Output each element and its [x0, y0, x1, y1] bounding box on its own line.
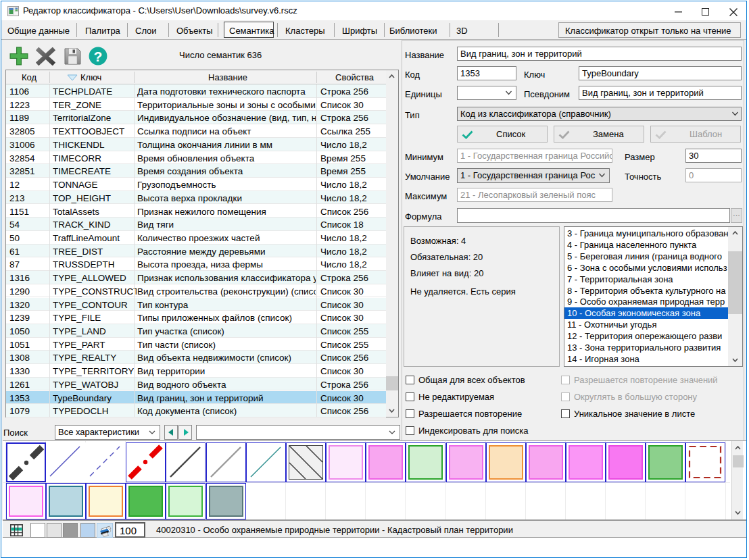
- svg-text:?: ?: [94, 49, 103, 64]
